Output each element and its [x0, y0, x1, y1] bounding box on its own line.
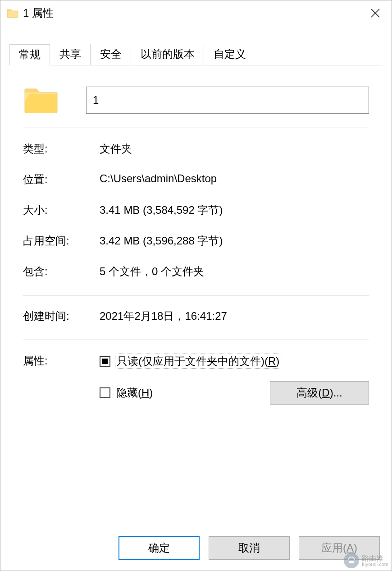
- label-contains: 包含:: [23, 264, 100, 279]
- label-type: 类型:: [23, 142, 100, 156]
- tabs: 常规 共享 安全 以前的版本 自定义: [9, 44, 383, 65]
- row-location: 位置: C:\Users\admin\Desktop: [23, 172, 369, 187]
- label-created: 创建时间:: [23, 309, 100, 323]
- tab-security[interactable]: 安全: [91, 44, 131, 65]
- dialog-button-bar: 确定 取消 应用(A): [0, 528, 392, 571]
- row-contains: 包含: 5 个文件，0 个文件夹: [23, 264, 369, 279]
- row-type: 类型: 文件夹: [23, 142, 369, 156]
- watermark-main: 路由器: [362, 554, 383, 562]
- row-created: 创建时间: 2021年2月18日，16:41:27: [23, 309, 369, 323]
- divider: [23, 128, 369, 128]
- label-attributes: 属性:: [23, 354, 100, 405]
- watermark-sub: luyouqi.com: [362, 562, 388, 567]
- readonly-checkbox[interactable]: [100, 356, 110, 367]
- tabs-area: 常规 共享 安全 以前的版本 自定义: [0, 44, 392, 65]
- close-button[interactable]: [365, 3, 385, 23]
- attributes-section: 属性: 只读(仅应用于文件夹中的文件)(R) 隐藏(H) 高级(D)...: [23, 354, 369, 405]
- close-icon: [370, 8, 380, 18]
- window-title: 1 属性: [23, 6, 54, 20]
- folder-large-icon: [23, 83, 59, 117]
- properties-dialog: 1 属性 常规 共享 安全 以前的版本 自定义: [0, 0, 392, 571]
- value-location: C:\Users\admin\Desktop: [100, 172, 369, 187]
- divider: [23, 295, 369, 295]
- label-location: 位置:: [23, 172, 100, 187]
- value-size-on-disk: 3.42 MB (3,596,288 字节): [100, 234, 369, 248]
- folder-icon: [7, 8, 18, 18]
- svg-rect-2: [349, 561, 354, 563]
- folder-name-input[interactable]: [86, 87, 369, 114]
- value-size: 3.41 MB (3,584,592 字节): [100, 203, 369, 217]
- row-size-on-disk: 占用空间: 3.42 MB (3,596,288 字节): [23, 234, 369, 248]
- watermark: 路由器 luyouqi.com: [344, 553, 388, 568]
- label-size-on-disk: 占用空间:: [23, 234, 100, 248]
- router-icon: [344, 553, 359, 568]
- tab-previous-versions[interactable]: 以前的版本: [131, 44, 204, 65]
- hidden-row: 隐藏(H): [100, 386, 154, 400]
- tab-share[interactable]: 共享: [50, 44, 91, 65]
- readonly-row: 只读(仅应用于文件夹中的文件)(R): [100, 354, 369, 368]
- hidden-label[interactable]: 隐藏(H): [115, 386, 154, 400]
- label-size: 大小:: [23, 203, 100, 217]
- value-type: 文件夹: [100, 142, 369, 156]
- advanced-button[interactable]: 高级(D)...: [270, 381, 369, 405]
- titlebar: 1 属性: [0, 0, 392, 26]
- row-size: 大小: 3.41 MB (3,584,592 字节): [23, 203, 369, 217]
- tab-content-general: 类型: 文件夹 位置: C:\Users\admin\Desktop 大小: 3…: [0, 65, 392, 528]
- hidden-checkbox[interactable]: [100, 387, 110, 398]
- readonly-label[interactable]: 只读(仅应用于文件夹中的文件)(R): [115, 354, 281, 368]
- value-contains: 5 个文件，0 个文件夹: [100, 264, 369, 279]
- tab-general[interactable]: 常规: [9, 44, 50, 65]
- cancel-button[interactable]: 取消: [209, 536, 290, 560]
- ok-button[interactable]: 确定: [119, 536, 200, 560]
- value-created: 2021年2月18日，16:41:27: [100, 309, 369, 323]
- divider: [23, 340, 369, 340]
- tab-custom[interactable]: 自定义: [204, 44, 255, 65]
